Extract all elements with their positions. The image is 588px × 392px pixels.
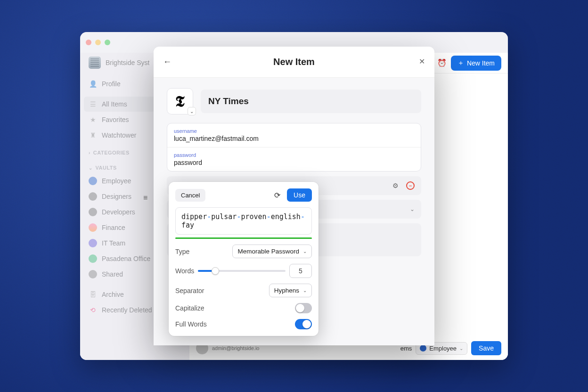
modal-title: New Item [273, 57, 315, 67]
footer-org-label: ems [400, 345, 412, 352]
refresh-icon[interactable]: ⟳ [274, 191, 280, 200]
plus-icon: ＋ [457, 59, 464, 67]
credential-fields: username luca_martinez@fastmail.com pass… [167, 123, 421, 172]
profile-icon: 👤 [89, 80, 97, 88]
settings-icon[interactable]: ⚙ [392, 182, 399, 189]
password-strength-bar [175, 237, 312, 239]
vault-icon [89, 208, 97, 216]
generator-fullwords-row: Full Words [175, 319, 312, 329]
vault-icon [89, 254, 97, 263]
chevron-right-icon: › [89, 150, 90, 155]
vault-icon [89, 223, 97, 232]
generated-password-display[interactable]: dipper-pulsar-proven-english-fay [175, 207, 312, 235]
generator-use-button[interactable]: Use [287, 188, 312, 202]
save-button[interactable]: Save [471, 341, 501, 355]
generator-type-row: Type Memorable Password ⌄ [175, 245, 312, 258]
generator-words-row: Words 5 [175, 264, 312, 278]
vault-icon [89, 177, 97, 185]
words-slider[interactable] [198, 270, 286, 272]
window-minimize-icon[interactable] [95, 40, 101, 45]
new-item-button[interactable]: ＋ New Item [451, 56, 501, 71]
sidebar-label: Watchtower [102, 131, 136, 139]
generator-separator-row: Separator Hyphens ⌄ [175, 284, 312, 297]
window-zoom-icon[interactable] [105, 40, 110, 45]
traffic-lights [86, 40, 110, 45]
chevron-down-icon[interactable]: ⌄ [188, 107, 196, 115]
modal-header: ← New Item ✕ [154, 47, 434, 78]
org-icon [89, 57, 101, 69]
all-items-icon: ☰ [89, 100, 97, 108]
org-name: Brightside Syst [106, 59, 149, 66]
password-generator-popover: Cancel ⟳ Use dipper-pulsar-proven-englis… [169, 182, 318, 336]
chevron-down-icon: ⌄ [459, 346, 463, 351]
vault-icon [420, 345, 426, 351]
capitalize-toggle[interactable] [295, 303, 312, 313]
generator-type-select[interactable]: Memorable Password ⌄ [232, 245, 312, 258]
chevron-down-icon: ⌄ [89, 165, 93, 171]
remove-icon[interactable]: – [406, 181, 415, 190]
vault-icon [89, 270, 97, 278]
trash-icon: ⟲ [89, 306, 97, 314]
vault-icon [89, 192, 97, 201]
generator-cancel-button[interactable]: Cancel [175, 189, 205, 202]
sidebar-label: Profile [102, 80, 121, 88]
drag-handle-icon[interactable]: ≡ [143, 194, 147, 202]
footer-subtext: admin@brightside.io [212, 345, 259, 351]
watchtower-icon: ♜ [89, 131, 97, 139]
words-count-input[interactable]: 5 [289, 264, 312, 278]
window-close-icon[interactable] [86, 40, 91, 45]
generator-capitalize-row: Capitalize [175, 303, 312, 313]
fullwords-toggle[interactable] [295, 319, 312, 329]
sidebar-label: All Items [102, 100, 127, 108]
vault-icon [89, 239, 97, 247]
archive-icon: 🗄 [89, 290, 97, 299]
item-title-input[interactable] [201, 90, 421, 113]
notifications-icon[interactable]: ⏰ [437, 58, 447, 68]
star-icon: ★ [89, 115, 97, 124]
separator-select[interactable]: Hyphens ⌄ [269, 284, 312, 297]
modal-close-button[interactable]: ✕ [419, 57, 425, 66]
sidebar-label: Favorites [102, 116, 129, 123]
modal-back-button[interactable]: ← [163, 57, 172, 67]
chevron-down-icon: ⌄ [303, 288, 307, 293]
chevron-down-icon: ⌄ [303, 249, 307, 254]
item-icon-picker[interactable]: 𝕿 ⌄ [167, 88, 193, 114]
password-field[interactable]: password password [167, 147, 421, 171]
username-field[interactable]: username luca_martinez@fastmail.com [167, 123, 421, 147]
chevron-down-icon: ⌄ [410, 206, 415, 212]
